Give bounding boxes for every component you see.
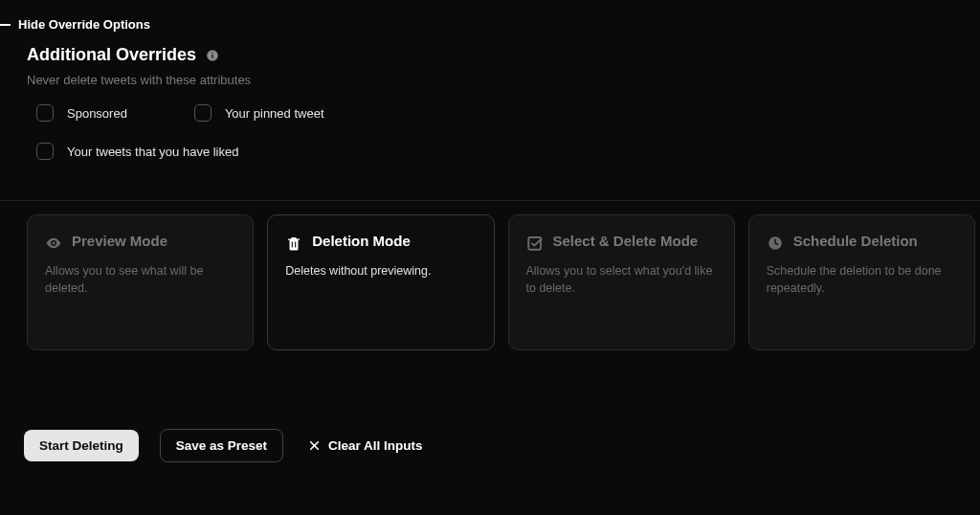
card-title: Deletion Mode — [312, 233, 411, 251]
checkbox-label: Your tweets that you have liked — [67, 145, 238, 159]
mode-card-preview[interactable]: Preview Mode Allows you to see what will… — [27, 214, 254, 350]
section-title-row: Additional Overrides — [27, 45, 953, 65]
overrides-section: Additional Overrides Never delete tweets… — [0, 32, 980, 160]
section-title: Additional Overrides — [27, 45, 196, 65]
card-desc: Schedule the deletion to be done repeate… — [767, 263, 957, 297]
card-header: Select & Delete Mode — [526, 233, 717, 252]
checkbox-liked[interactable]: Your tweets that you have liked — [36, 143, 238, 160]
button-label: Save as Preset — [176, 438, 267, 453]
button-label: Clear All Inputs — [328, 438, 423, 453]
checkbox-row: Your tweets that you have liked — [36, 143, 953, 160]
action-buttons: Start Deleting Save as Preset Clear All … — [0, 350, 980, 462]
card-header: Preview Mode — [45, 233, 235, 252]
card-desc: Allows you to select what you'd like to … — [526, 263, 717, 297]
checkbox-grid: Sponsored Your pinned tweet Your tweets … — [27, 104, 953, 160]
checkbox-pinned[interactable]: Your pinned tweet — [194, 104, 324, 122]
mode-cards-container: Preview Mode Allows you to see what will… — [0, 201, 980, 350]
minus-icon — [0, 24, 11, 26]
checkbox-label: Your pinned tweet — [225, 106, 324, 121]
svg-point-2 — [212, 52, 212, 53]
close-icon — [308, 439, 321, 452]
checkbox-box — [36, 104, 54, 122]
start-deleting-button[interactable]: Start Deleting — [24, 430, 139, 461]
checkbox-row: Sponsored Your pinned tweet — [36, 104, 953, 122]
card-header: Schedule Deletion — [767, 233, 957, 252]
svg-point-3 — [53, 242, 56, 245]
clear-all-button[interactable]: Clear All Inputs — [304, 430, 427, 461]
section-subtitle: Never delete tweets with these attribute… — [27, 73, 953, 87]
card-desc: Allows you to see what will be deleted. — [45, 263, 235, 297]
button-label: Start Deleting — [39, 438, 123, 453]
card-desc: Deletes without previewing. — [285, 263, 476, 280]
checkbox-icon — [526, 235, 544, 252]
card-title: Schedule Deletion — [793, 233, 918, 251]
checkbox-sponsored[interactable]: Sponsored — [36, 104, 127, 122]
mode-card-select-delete[interactable]: Select & Delete Mode Allows you to selec… — [508, 214, 735, 350]
checkbox-label: Sponsored — [67, 106, 127, 121]
save-preset-button[interactable]: Save as Preset — [160, 429, 283, 462]
card-header: Deletion Mode — [285, 233, 476, 252]
trash-icon — [285, 235, 302, 252]
hide-override-toggle[interactable]: Hide Override Options — [0, 0, 980, 32]
checkbox-box — [194, 104, 212, 122]
eye-icon — [45, 235, 62, 252]
toggle-label: Hide Override Options — [18, 17, 150, 32]
clock-icon — [767, 235, 784, 252]
checkbox-box — [36, 143, 54, 160]
mode-card-deletion[interactable]: Deletion Mode Deletes without previewing… — [267, 214, 494, 350]
svg-rect-4 — [528, 237, 541, 250]
card-title: Select & Delete Mode — [553, 233, 699, 251]
mode-card-schedule[interactable]: Schedule Deletion Schedule the deletion … — [748, 214, 975, 350]
card-title: Preview Mode — [72, 233, 167, 251]
info-icon[interactable] — [206, 49, 219, 62]
svg-rect-1 — [212, 54, 212, 57]
